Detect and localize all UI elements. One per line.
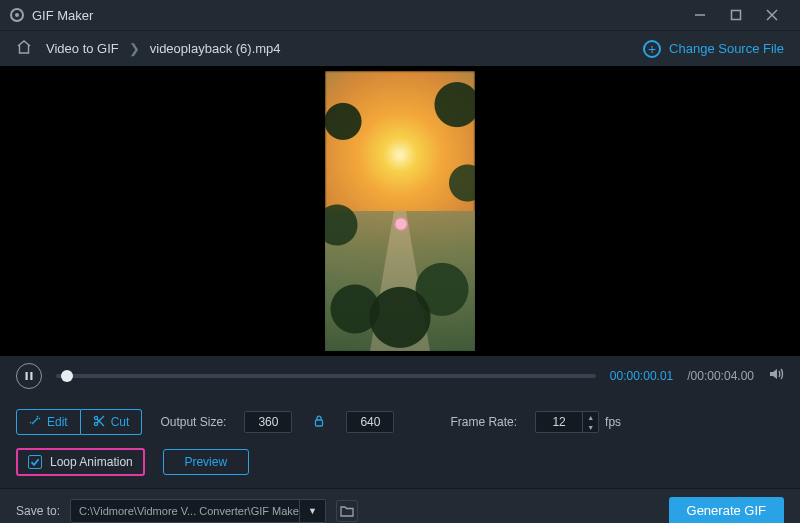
output-width-input[interactable] [244,411,292,433]
open-folder-button[interactable] [336,500,358,522]
svg-rect-8 [316,420,323,426]
framerate-down-button[interactable]: ▼ [583,422,598,432]
lock-icon[interactable] [310,415,328,430]
change-source-label: Change Source File [669,41,784,56]
edit-cut-group: Edit Cut [16,409,142,435]
svg-point-6 [94,416,97,419]
video-frame [325,71,475,351]
pause-button[interactable] [16,363,42,389]
frame-rate-label: Frame Rate: [450,415,517,429]
plus-circle-icon: + [643,40,661,58]
seek-thumb[interactable] [61,370,73,382]
breadcrumb-root[interactable]: Video to GIF [46,41,119,56]
cut-button[interactable]: Cut [81,409,143,435]
save-path-dropdown[interactable]: ▼ [300,499,326,523]
footer: Save to: C:\Vidmore\Vidmore V... Convert… [0,488,800,523]
wand-icon [29,415,41,430]
frame-rate-value: 12 [536,412,582,432]
fps-unit: fps [605,415,621,429]
output-height-input[interactable] [346,411,394,433]
titlebar: GIF Maker [0,0,800,30]
framerate-up-button[interactable]: ▲ [583,412,598,422]
time-total: /00:00:04.00 [687,369,754,383]
seek-slider[interactable] [56,374,596,378]
maximize-button[interactable] [718,0,754,30]
edit-button[interactable]: Edit [16,409,81,435]
generate-gif-button[interactable]: Generate GIF [669,497,784,524]
save-to-label: Save to: [16,504,60,518]
app-title: GIF Maker [32,8,93,23]
loop-animation-checkbox[interactable] [28,455,42,469]
cut-label: Cut [111,415,130,429]
preview-button[interactable]: Preview [163,449,249,475]
time-current: 00:00:00.01 [610,369,673,383]
svg-point-7 [94,422,97,425]
minimize-button[interactable] [682,0,718,30]
change-source-button[interactable]: + Change Source File [643,40,784,58]
close-button[interactable] [754,0,790,30]
svg-rect-4 [26,372,28,380]
loop-animation-highlight: Loop Animation [16,448,145,476]
video-preview-area [0,66,800,356]
volume-icon[interactable] [768,366,784,386]
output-size-label: Output Size: [160,415,226,429]
loop-animation-label: Loop Animation [50,455,133,469]
scissors-icon [93,415,105,430]
home-icon[interactable] [16,39,32,59]
svg-rect-1 [732,11,741,20]
app-icon [10,8,24,22]
frame-rate-spinner[interactable]: 12 ▲ ▼ [535,411,599,433]
edit-label: Edit [47,415,68,429]
save-path-field[interactable]: C:\Vidmore\Vidmore V... Converter\GIF Ma… [70,499,300,523]
chevron-right-icon: ❯ [129,41,140,56]
svg-rect-5 [30,372,32,380]
controls-panel: Edit Cut Output Size: Frame Rate: 12 ▲ ▼… [0,396,800,488]
breadcrumb-bar: Video to GIF ❯ videoplayback (6).mp4 + C… [0,30,800,66]
breadcrumb-file: videoplayback (6).mp4 [150,41,281,56]
playbar: 00:00:00.01/00:00:04.00 [0,356,800,396]
